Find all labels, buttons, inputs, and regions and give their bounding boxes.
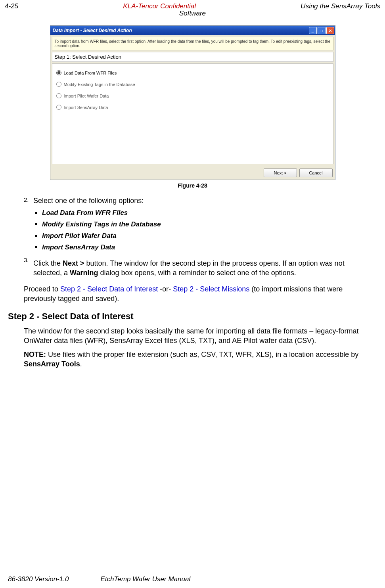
bullet-item: Import Pilot Wafer Data [42, 232, 373, 241]
doc-version: 86-3820 Version-1.0 [8, 575, 69, 583]
dialog-titlebar: Data Import - Select Desired Action _ □ … [50, 26, 335, 35]
window-buttons: _ □ ✕ [309, 27, 334, 34]
next-label-bold: Next > [63, 259, 84, 267]
item-text: Click the Next > button. The window for … [33, 259, 373, 278]
bullet-item: Load Data From WFR Files [42, 209, 373, 218]
header-subtitle: Software [0, 10, 385, 17]
dialog-info: To import data from WFR files, select th… [52, 37, 333, 50]
minimize-icon[interactable]: _ [309, 27, 317, 34]
page-number: 4-25 [5, 2, 18, 10]
bullet-item: Import SensArray Data [42, 243, 373, 252]
note-label: NOTE: [24, 351, 46, 358]
sensarray-tools-bold: SensArray Tools [24, 360, 80, 368]
link-select-data[interactable]: Step 2 - Select Data of Interest [60, 285, 158, 293]
warning-label-bold: Warning [70, 269, 98, 277]
bullet-item: Modify Existing Tags in the Database [42, 220, 373, 229]
radio-import-sensarray[interactable] [56, 105, 61, 110]
numbered-item-2: 2. Select one of the following options: [24, 196, 373, 205]
maximize-icon[interactable]: □ [318, 27, 326, 34]
option-load-wfr[interactable]: Load Data From WFR Files [56, 70, 329, 75]
dialog-step-heading: Step 1: Select Desired Action [52, 52, 333, 62]
cancel-button[interactable]: Cancel [299, 169, 333, 177]
page-header: 4-25 KLA-Tencor Confidential Using the S… [0, 0, 385, 10]
confidential-label: KLA-Tencor Confidential [18, 2, 301, 10]
radio-import-pilot[interactable] [56, 93, 61, 98]
option-label: Modify Existing Tags in the Database [64, 82, 135, 87]
option-label: Load Data From WFR Files [64, 71, 117, 75]
note-paragraph: NOTE: Use files with the proper file ext… [24, 350, 373, 369]
doc-title: EtchTemp Wafer User Manual [100, 575, 190, 583]
step2-heading: Step 2 - Select Data of Interest [8, 310, 373, 322]
link-select-missions[interactable]: Step 2 - Select Missions [173, 285, 249, 293]
option-import-sensarray[interactable]: Import SensArray Data [56, 105, 329, 110]
figure-wrap: Data Import - Select Desired Action _ □ … [50, 25, 335, 189]
close-icon[interactable]: ✕ [326, 27, 334, 34]
radio-modify-tags[interactable] [56, 82, 61, 87]
option-label: Import Pilot Wafer Data [64, 94, 109, 98]
dialog-footer: Next > Cancel [50, 166, 335, 180]
proceed-paragraph: Proceed to Step 2 - Select Data of Inter… [24, 284, 373, 304]
section-title: Using the SensArray Tools [301, 2, 380, 10]
page-footer: 86-3820 Version-1.0 EtchTemp Wafer User … [0, 575, 385, 583]
option-modify-tags[interactable]: Modify Existing Tags in the Database [56, 82, 329, 87]
dialog-options: Load Data From WFR Files Modify Existing… [52, 63, 333, 164]
item-number: 2. [24, 196, 31, 205]
dialog-window: Data Import - Select Desired Action _ □ … [50, 25, 335, 180]
body-content: 2. Select one of the following options: … [0, 189, 385, 369]
item-text: Select one of the following options: [33, 196, 144, 205]
step2-paragraph: The window for the second step looks bas… [24, 326, 373, 346]
option-bullets: Load Data From WFR Files Modify Existing… [42, 209, 373, 252]
dialog-title: Data Import - Select Desired Action [53, 28, 132, 33]
numbered-item-3: 3. Click the Next > button. The window f… [24, 256, 373, 282]
item-number: 3. [24, 256, 31, 282]
next-button[interactable]: Next > [264, 169, 297, 177]
option-label: Import SensArray Data [64, 105, 108, 110]
option-import-pilot[interactable]: Import Pilot Wafer Data [56, 93, 329, 98]
figure-caption: Figure 4-28 [50, 182, 335, 189]
radio-load-wfr[interactable] [56, 70, 61, 75]
